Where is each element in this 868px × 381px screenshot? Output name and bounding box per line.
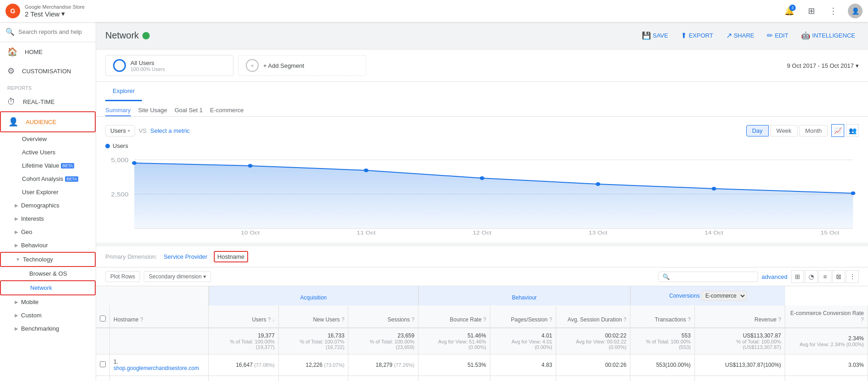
- totals-transactions-cell: 553 % of Total: 100.00% (553): [630, 328, 694, 354]
- row1-rank: 1.: [114, 359, 118, 365]
- row1-sessions-cell: 18,279 (77.26%): [348, 354, 418, 376]
- sidebar-item-benchmarking[interactable]: ▶ Benchmarking: [0, 322, 96, 335]
- sidebar-item-realtime[interactable]: ⏱ REAL-TIME: [0, 93, 96, 111]
- sidebar-item-lifetime-value[interactable]: Lifetime Value BETA: [0, 159, 96, 172]
- select-all-checkbox[interactable]: [100, 316, 106, 321]
- segment-label: All Users 100.00% Users: [130, 60, 165, 72]
- users-sort-icon[interactable]: ↓: [272, 317, 275, 322]
- bar-chart-button[interactable]: 👥: [846, 124, 859, 137]
- row2-pages-session-cell: 1.20: [490, 376, 556, 381]
- secondary-dim-label: Secondary dimension: [149, 273, 201, 280]
- intelligence-button[interactable]: 🤖 INTELLIGENCE: [797, 28, 859, 43]
- sidebar-item-browser-os[interactable]: Browser & OS: [0, 267, 96, 280]
- sidebar-item-interests[interactable]: ▶ Interests: [0, 212, 96, 225]
- sidebar-item-active-users[interactable]: Active Users: [0, 146, 96, 159]
- sidebar-item-behaviour[interactable]: ▶ Behaviour: [0, 239, 96, 252]
- row1-pages-session-cell: 4.83: [490, 354, 556, 376]
- notifications-button[interactable]: 🔔 3: [782, 4, 797, 18]
- sidebar-item-customisation[interactable]: ⚙ CUSTOMISATION: [0, 61, 96, 81]
- plot-rows-button[interactable]: Plot Rows: [105, 271, 140, 282]
- sidebar-item-user-explorer[interactable]: User Explorer: [0, 185, 96, 199]
- sidebar-item-home[interactable]: 🏠 HOME: [0, 42, 96, 61]
- sidebar-item-cohort-analysis[interactable]: Cohort Analysis BETA: [0, 172, 96, 185]
- add-segment-label: + Add Segment: [263, 62, 304, 69]
- sidebar-item-custom[interactable]: ▶ Custom: [0, 309, 96, 322]
- time-btn-month[interactable]: Month: [799, 125, 828, 136]
- main-actions: 💾 SAVE ⬆ EXPORT ↗ SHARE ✏ EDIT 🤖 INT: [638, 28, 859, 43]
- dim-hostname[interactable]: Hostname: [214, 251, 248, 262]
- save-button[interactable]: 💾 SAVE: [638, 28, 672, 43]
- time-btn-day[interactable]: Day: [746, 125, 769, 136]
- sidebar-item-audience-label: AUDIENCE: [26, 119, 56, 125]
- page-title-area: Network: [105, 30, 150, 41]
- status-indicator: [142, 32, 150, 39]
- row2-revenue-cell: US$0.00: [694, 376, 785, 381]
- add-segment-icon: +: [246, 59, 259, 72]
- sub-tab-ecommerce[interactable]: E-commerce: [210, 105, 244, 116]
- edit-button[interactable]: ✏ EDIT: [763, 28, 792, 43]
- search-bar: 🔍: [0, 22, 96, 42]
- sidebar-item-network[interactable]: Network: [0, 280, 96, 295]
- view-selector[interactable]: 2 Test View ▾: [25, 10, 782, 18]
- svg-point-11: [711, 187, 716, 190]
- user-avatar[interactable]: 👤: [848, 4, 863, 18]
- select-metric-link[interactable]: Select a metric: [150, 127, 190, 134]
- list-view-button[interactable]: ≡: [819, 270, 831, 283]
- tab-explorer[interactable]: Explorer: [105, 82, 142, 101]
- svg-point-6: [132, 161, 136, 165]
- time-btn-week[interactable]: Week: [770, 125, 797, 136]
- dim-service-provider[interactable]: Service Provider: [161, 252, 210, 261]
- users-header: Users ? ↓: [209, 305, 279, 328]
- search-icon: 🔍: [5, 27, 15, 36]
- advanced-link[interactable]: advanced: [762, 273, 787, 280]
- table-search-icon: 🔍: [662, 273, 670, 280]
- revenue-help-icon: ?: [778, 316, 781, 323]
- line-chart-button[interactable]: 📈: [831, 124, 844, 137]
- sidebar-item-demographics[interactable]: ▶ Demographics: [0, 199, 96, 212]
- search-input[interactable]: [18, 28, 90, 35]
- row1-users-pct: (77.08%): [254, 362, 275, 368]
- apps-button[interactable]: ⊞: [804, 4, 819, 18]
- pivot-view-button[interactable]: ⊠: [832, 270, 845, 283]
- sub-tab-summary[interactable]: Summary: [105, 105, 131, 116]
- save-icon: 💾: [642, 31, 651, 40]
- ecomm-rate-help-icon: ?: [861, 316, 864, 323]
- date-range-picker[interactable]: 9 Oct 2017 - 15 Oct 2017 ▾: [787, 62, 859, 69]
- row1-hostname-link[interactable]: shop.googlemerchandisestore.com: [114, 365, 199, 371]
- add-segment-button[interactable]: + + Add Segment: [238, 55, 366, 76]
- pages-session-header: Pages/Session ?: [490, 305, 556, 328]
- reports-section-label: Reports: [0, 81, 96, 93]
- custom-view-button[interactable]: ⋮: [846, 270, 859, 283]
- segment-percent: 100.00% Users: [130, 66, 165, 72]
- transactions-col-label: Transactions: [655, 316, 686, 323]
- table-search-input[interactable]: [672, 273, 754, 280]
- acquisition-header: [96, 286, 209, 305]
- share-button[interactable]: ↗ SHARE: [722, 28, 758, 43]
- conversions-select[interactable]: E-commerce: [701, 291, 747, 301]
- segment-all-users[interactable]: All Users 100.00% Users: [105, 55, 233, 76]
- row2-bounce-rate-cell: 51.23%: [418, 376, 490, 381]
- row1-checkbox[interactable]: [100, 361, 106, 367]
- sidebar-item-audience[interactable]: 👤 AUDIENCE: [0, 111, 96, 132]
- pie-view-button[interactable]: ◔: [805, 270, 818, 283]
- revenue-col-label: Revenue: [754, 316, 776, 323]
- sub-tab-goal-set[interactable]: Goal Set 1: [174, 105, 202, 116]
- legend-dot: [105, 144, 110, 148]
- totals-ecomm-rate-cell: 2.34% Avg for View: 2.34% (0.00%): [785, 328, 868, 354]
- sidebar-item-mobile[interactable]: ▶ Mobile: [0, 295, 96, 309]
- sidebar-item-geo[interactable]: ▶ Geo: [0, 225, 96, 239]
- metric-dropdown[interactable]: Users ▾: [105, 125, 135, 136]
- sidebar-item-technology[interactable]: ▼ Technology: [0, 252, 96, 267]
- ecomm-rate-header: E-commerce Conversion Rate ?: [785, 305, 868, 328]
- sidebar-item-overview[interactable]: Overview: [0, 132, 96, 146]
- network-label: Network: [30, 284, 52, 291]
- export-button[interactable]: ⬆ EXPORT: [677, 28, 716, 43]
- lifetime-value-beta-badge: BETA: [61, 163, 74, 169]
- grid-view-button[interactable]: ⊞: [791, 270, 804, 283]
- vs-label: VS: [139, 127, 146, 134]
- secondary-dimension-button[interactable]: Secondary dimension ▾: [144, 271, 211, 282]
- sub-tab-site-usage[interactable]: Site Usage: [138, 105, 168, 116]
- totals-label-cell: [110, 328, 209, 354]
- more-options-button[interactable]: ⋮: [826, 4, 841, 18]
- row2-ecomm-rate-cell: 0.00%: [785, 376, 868, 381]
